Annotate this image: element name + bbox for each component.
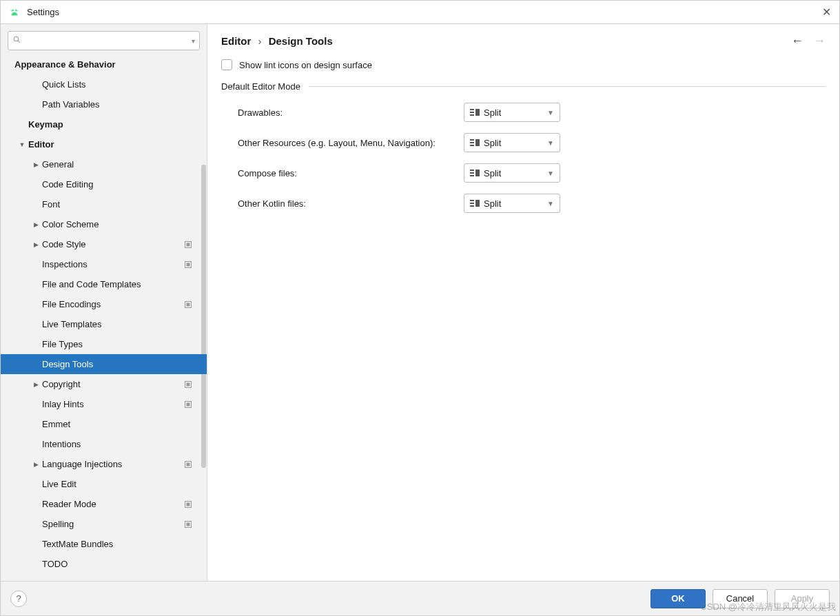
search-history-icon[interactable]: ▾ — [192, 37, 195, 45]
sidebar-item-language-injections[interactable]: ▶Language Injections — [1, 454, 207, 474]
show-lint-checkbox[interactable] — [221, 59, 232, 70]
search-input[interactable] — [24, 36, 192, 46]
main-panel: Editor › Design Tools ← → Show lint icon… — [207, 24, 839, 581]
svg-rect-5 — [187, 263, 190, 266]
sidebar-item-label: File Types — [42, 339, 83, 349]
sidebar-item-file-types[interactable]: File Types — [1, 334, 207, 354]
svg-rect-29 — [475, 170, 480, 176]
svg-rect-19 — [470, 112, 474, 113]
window-title: Settings — [27, 7, 59, 17]
editor-mode-select[interactable]: Split▼ — [464, 163, 560, 183]
sidebar-item-label: TODO — [42, 559, 68, 569]
editor-mode-label: Other Resources (e.g. Layout, Menu, Navi… — [221, 138, 464, 148]
svg-rect-3 — [187, 243, 190, 246]
sidebar-item-label: File and Code Templates — [42, 279, 141, 289]
editor-mode-row: Other Kotlin files:Split▼ — [221, 194, 826, 213]
ok-button[interactable]: OK — [651, 589, 706, 608]
project-scope-icon — [185, 381, 192, 388]
breadcrumb-current: Design Tools — [269, 35, 333, 47]
sidebar-item-code-style[interactable]: ▶Code Style — [1, 234, 207, 254]
nav-back-icon[interactable]: ← — [791, 34, 803, 48]
svg-rect-18 — [470, 109, 474, 110]
sidebar-item-label: Spelling — [42, 519, 74, 529]
sidebar-item-label: Intentions — [42, 439, 81, 449]
svg-rect-33 — [475, 200, 480, 207]
svg-rect-31 — [470, 203, 474, 204]
sidebar-item-live-edit[interactable]: Live Edit — [1, 474, 207, 494]
svg-rect-7 — [187, 302, 190, 306]
settings-tree[interactable]: Appearance & BehaviorQuick ListsPath Var… — [1, 54, 207, 581]
split-view-icon — [470, 108, 480, 116]
svg-rect-15 — [187, 502, 190, 506]
editor-mode-select[interactable]: Split▼ — [464, 133, 560, 152]
sidebar-item-file-and-code-templates[interactable]: File and Code Templates — [1, 274, 207, 294]
editor-mode-select[interactable]: Split▼ — [464, 194, 560, 213]
sidebar-item-appearance-behavior[interactable]: Appearance & Behavior — [1, 54, 207, 74]
close-icon[interactable]: ✕ — [822, 6, 831, 19]
sidebar-item-intentions[interactable]: Intentions — [1, 434, 207, 454]
editor-mode-value: Split — [484, 138, 543, 148]
split-view-icon — [470, 138, 480, 147]
titlebar: Settings ✕ — [1, 1, 839, 24]
tree-arrow-icon: ▶ — [31, 240, 41, 248]
sidebar-item-general[interactable]: ▶General — [1, 154, 207, 174]
sidebar-item-font[interactable]: Font — [1, 194, 207, 214]
sidebar-item-spelling[interactable]: Spelling — [1, 514, 207, 534]
editor-mode-select[interactable]: Split▼ — [464, 103, 560, 122]
tree-arrow-icon: ▶ — [31, 161, 41, 168]
editor-mode-row: Compose files:Split▼ — [221, 163, 826, 183]
svg-rect-9 — [187, 382, 190, 386]
sidebar-item-label: Path Variables — [42, 99, 100, 110]
sidebar-item-code-editing[interactable]: Code Editing — [1, 174, 207, 194]
help-button[interactable]: ? — [10, 591, 27, 607]
sidebar-item-label: TextMate Bundles — [42, 539, 113, 549]
svg-rect-30 — [470, 200, 474, 201]
sidebar-item-design-tools[interactable]: Design Tools — [1, 354, 207, 374]
sidebar-item-label: General — [42, 159, 74, 170]
svg-rect-25 — [475, 139, 480, 146]
sidebar-item-keymap[interactable]: Keymap — [1, 114, 207, 134]
sidebar-item-copyright[interactable]: ▶Copyright — [1, 374, 207, 394]
sidebar-item-textmate-bundles[interactable]: TextMate Bundles — [1, 534, 207, 554]
svg-rect-28 — [470, 175, 474, 176]
sidebar-item-label: Keymap — [28, 119, 63, 130]
breadcrumb: Editor › Design Tools — [221, 35, 333, 47]
sidebar-item-reader-mode[interactable]: Reader Mode — [1, 494, 207, 514]
svg-rect-20 — [470, 114, 474, 116]
show-lint-checkbox-row[interactable]: Show lint icons on design surface — [221, 59, 826, 70]
editor-mode-value: Split — [484, 168, 543, 178]
cancel-button[interactable]: Cancel — [713, 589, 768, 608]
sidebar-item-inlay-hints[interactable]: Inlay Hints — [1, 394, 207, 414]
sidebar-item-color-scheme[interactable]: ▶Color Scheme — [1, 214, 207, 234]
sidebar-item-live-templates[interactable]: Live Templates — [1, 314, 207, 334]
sidebar-item-quick-lists[interactable]: Quick Lists — [1, 74, 207, 94]
svg-line-1 — [18, 41, 20, 43]
sidebar-item-label: Color Scheme — [42, 219, 99, 229]
sidebar-item-label: Font — [42, 199, 60, 209]
chevron-down-icon: ▼ — [547, 200, 554, 207]
sidebar-item-file-encodings[interactable]: File Encodings — [1, 294, 207, 314]
sidebar-item-path-variables[interactable]: Path Variables — [1, 94, 207, 114]
editor-mode-label: Compose files: — [221, 168, 464, 178]
project-scope-icon — [185, 241, 192, 248]
editor-mode-label: Drawables: — [221, 107, 464, 118]
svg-rect-27 — [470, 172, 474, 174]
settings-sidebar: ▾ Appearance & BehaviorQuick ListsPath V… — [1, 24, 207, 581]
sidebar-item-todo[interactable]: TODO — [1, 554, 207, 574]
editor-mode-value: Split — [484, 198, 543, 209]
sidebar-item-label: Inlay Hints — [42, 399, 84, 409]
split-view-icon — [470, 199, 480, 207]
section-title: Default Editor Mode — [221, 81, 300, 92]
svg-rect-23 — [470, 142, 474, 143]
apply-button: Apply — [775, 589, 830, 608]
sidebar-item-label: Editor — [28, 139, 54, 150]
search-input-wrap[interactable]: ▾ — [8, 31, 200, 50]
breadcrumb-parent[interactable]: Editor — [221, 35, 251, 47]
sidebar-item-emmet[interactable]: Emmet — [1, 414, 207, 434]
tree-arrow-icon: ▼ — [17, 141, 27, 148]
sidebar-item-inspections[interactable]: Inspections — [1, 254, 207, 274]
project-scope-icon — [185, 261, 192, 268]
sidebar-item-label: Design Tools — [42, 359, 93, 369]
sidebar-item-editor[interactable]: ▼Editor — [1, 134, 207, 154]
svg-rect-32 — [470, 205, 474, 207]
